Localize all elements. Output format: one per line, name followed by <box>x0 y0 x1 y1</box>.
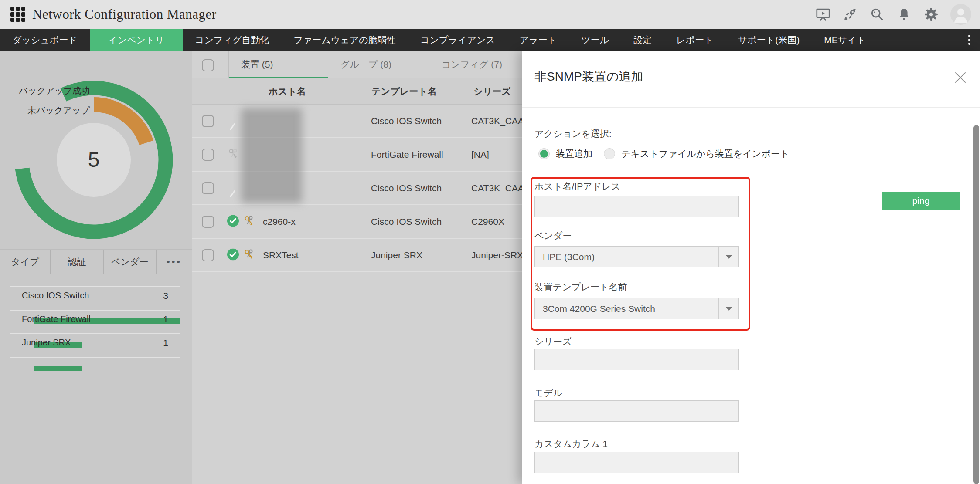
nav-item-me-site[interactable]: MEサイト <box>812 29 878 51</box>
cell-template: Juniper SRX <box>371 250 422 261</box>
breakdown-count: 1 <box>163 314 168 325</box>
row-checkbox[interactable] <box>202 216 214 228</box>
column-header-hostname[interactable]: ホスト名 <box>231 78 343 105</box>
row-checkbox[interactable] <box>202 149 214 161</box>
hostname-ip-input[interactable] <box>534 196 739 217</box>
vendor-select-arrow[interactable] <box>718 247 738 267</box>
donut-center-value: 5 <box>88 148 100 171</box>
inventory-table-area: 装置 (5) グループ (8) コンフィグ (7) ホスト名 テンプレート名 シ… <box>192 51 522 484</box>
vendor-select[interactable]: HPE (3Com) <box>534 246 739 267</box>
table-row[interactable]: c2960-x Cisco IOS Switch C2960X <box>192 205 522 239</box>
breakdown-bar <box>34 366 82 371</box>
close-icon[interactable] <box>953 71 967 85</box>
user-avatar[interactable] <box>950 4 971 25</box>
donut-label-backup-success: バックアップ成功 <box>12 85 90 97</box>
nav-item-settings[interactable]: 設定 <box>621 29 664 51</box>
cell-template: Cisco IOS Switch <box>371 116 442 126</box>
device-template-select-arrow[interactable] <box>718 298 738 319</box>
breakdown-row[interactable]: Juniper SRX 1 <box>10 334 180 358</box>
breakdown-count: 3 <box>163 291 168 301</box>
column-header-template[interactable]: テンプレート名 <box>352 78 456 105</box>
series-input[interactable] <box>534 349 739 370</box>
settings-gear-icon[interactable] <box>923 7 939 22</box>
cell-template: Cisco IOS Switch <box>371 183 442 193</box>
nav-item-alerts[interactable]: アラート <box>507 29 569 51</box>
vendor-label: ベンダー <box>534 230 572 242</box>
action-radio-group: 装置追加 テキストファイルから装置をインポート <box>538 148 800 159</box>
row-checkbox[interactable] <box>202 115 214 127</box>
custom-column-1-input[interactable] <box>534 452 739 473</box>
radio-add-device[interactable] <box>538 148 550 159</box>
column-header-series[interactable]: シリーズ <box>453 78 531 105</box>
custom-column-1-label: カスタムカラム 1 <box>534 438 608 450</box>
cell-series: [NA] <box>471 149 489 160</box>
backup-success-icon <box>227 248 239 262</box>
vendor-select-value: HPE (3Com) <box>535 252 718 262</box>
breakdown-count: 1 <box>163 338 168 348</box>
tab-groups[interactable]: グループ (8) <box>328 51 429 78</box>
nav-item-dashboard[interactable]: ダッシュボード <box>0 29 90 51</box>
cell-hostname[interactable]: SRXTest <box>263 250 299 261</box>
cell-series: CAT3K_CAA <box>471 183 524 193</box>
presentation-play-icon[interactable] <box>815 7 831 22</box>
series-label: シリーズ <box>534 335 572 348</box>
backup-success-icon <box>227 215 239 228</box>
table-row[interactable]: SRXTest Juniper SRX Juniper-SRX <box>192 239 522 272</box>
breakdown-name: FortiGate Firewall <box>22 314 91 324</box>
cell-template: Cisco IOS Switch <box>371 217 442 227</box>
donut-label-not-backed-up: 未バックアップ <box>12 105 90 116</box>
redacted-hostnames-blur <box>241 108 302 203</box>
breakdown-name: Juniper SRX <box>22 338 71 348</box>
hostname-ip-label: ホスト名/IPアドレス <box>534 180 620 193</box>
sidebar-tabs: タイプ 認証 ベンダー ••• <box>0 249 192 274</box>
row-checkbox[interactable] <box>202 249 214 261</box>
row-checkbox[interactable] <box>202 182 214 194</box>
nav-overflow-icon[interactable] <box>959 29 980 51</box>
credentials-gold-icon <box>243 248 255 262</box>
sidebar-tab-type[interactable]: タイプ <box>0 250 50 274</box>
ping-button[interactable]: ping <box>882 192 960 210</box>
add-non-snmp-device-panel: 非SNMP装置の追加 アクションを選択: 装置追加 テキストファイルから装置をイ… <box>522 51 980 484</box>
panel-title: 非SNMP装置の追加 <box>534 68 643 85</box>
sidebar-tab-auth[interactable]: 認証 <box>50 250 103 274</box>
panel-scrollbar[interactable] <box>973 125 979 484</box>
apps-grid-icon[interactable] <box>10 7 25 22</box>
breakdown-row[interactable]: FortiGate Firewall 1 <box>10 311 180 334</box>
nav-item-config-automation[interactable]: コンフィグ自動化 <box>183 29 281 51</box>
radio-add-device-label[interactable]: 装置追加 <box>556 148 592 160</box>
search-icon[interactable] <box>869 7 885 22</box>
credentials-gold-icon <box>243 215 255 229</box>
device-type-breakdown: Cisco IOS Switch 3 FortiGate Firewall 1 … <box>10 286 180 358</box>
nav-item-support-us[interactable]: サポート(米国) <box>726 29 812 51</box>
sidebar-tab-vendor[interactable]: ベンダー <box>103 250 156 274</box>
nav-item-tools[interactable]: ツール <box>569 29 621 51</box>
breakdown-row[interactable]: Cisco IOS Switch 3 <box>10 287 180 311</box>
sidebar-tab-more-icon[interactable]: ••• <box>156 250 192 274</box>
radio-import-from-file[interactable] <box>604 148 615 159</box>
nav-item-compliance[interactable]: コンプライアンス <box>408 29 507 51</box>
cell-series: Juniper-SRX <box>471 250 523 261</box>
tab-configs[interactable]: コンフィグ (7) <box>429 51 522 78</box>
credentials-gray-icon <box>227 148 239 162</box>
device-template-select[interactable]: 3Com 4200G Series Switch <box>534 298 739 319</box>
app-title: Network Configuration Manager <box>32 0 217 29</box>
nav-item-inventory[interactable]: インベントリ <box>90 29 183 51</box>
select-all-checkbox[interactable] <box>202 59 214 71</box>
cell-series: C2960X <box>471 217 504 227</box>
model-input[interactable] <box>534 400 739 422</box>
tab-devices[interactable]: 装置 (5) <box>228 51 328 78</box>
device-template-select-value: 3Com 4200G Series Switch <box>535 304 718 314</box>
nav-item-reports[interactable]: レポート <box>664 29 725 51</box>
cell-series: CAT3K_CAA <box>471 116 524 126</box>
device-template-label: 装置テンプレート名前 <box>534 281 627 293</box>
cell-hostname[interactable]: c2960-x <box>263 217 296 227</box>
nav-item-firmware-vulnerability[interactable]: ファームウェアの脆弱性 <box>281 29 408 51</box>
inventory-sidebar: 5 バックアップ成功 未バックアップ タイプ 認証 ベンダー ••• Cisco… <box>0 51 192 484</box>
model-label: モデル <box>534 387 562 399</box>
notifications-bell-icon[interactable] <box>896 7 912 22</box>
rocket-icon[interactable] <box>842 7 858 22</box>
chevron-down-icon <box>726 307 732 311</box>
top-bar: Network Configuration Manager <box>0 0 980 29</box>
inventory-tabs: 装置 (5) グループ (8) コンフィグ (7) <box>192 51 522 78</box>
radio-import-from-file-label[interactable]: テキストファイルから装置をインポート <box>621 148 789 160</box>
